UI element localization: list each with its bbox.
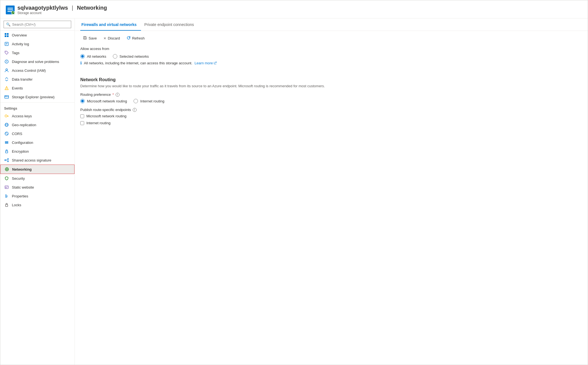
search-input[interactable] [12, 22, 69, 27]
shared-access-icon [4, 158, 9, 163]
tags-icon [4, 50, 9, 55]
sidebar: 🔍 Overview Activity log [0, 18, 75, 365]
svg-point-37 [7, 161, 9, 162]
properties-icon [4, 194, 9, 199]
allow-access-label: Allow access from [80, 47, 582, 51]
sidebar-item-security[interactable]: Security [0, 174, 75, 183]
microsoft-routing-option[interactable]: Microsoft network routing [80, 99, 127, 103]
publish-microsoft-option[interactable]: Microsoft network routing [80, 114, 582, 118]
svg-rect-9 [5, 42, 8, 46]
resource-icon [6, 6, 15, 14]
configuration-label: Configuration [12, 141, 33, 145]
locks-label: Locks [12, 203, 21, 207]
sidebar-item-events[interactable]: Events [0, 84, 75, 92]
selected-networks-label[interactable]: Selected networks [119, 54, 149, 59]
sidebar-item-overview[interactable]: Overview [0, 31, 75, 39]
svg-point-36 [7, 158, 9, 160]
sidebar-item-networking[interactable]: Networking [0, 165, 75, 174]
svg-line-39 [6, 160, 7, 161]
selected-networks-radio[interactable] [113, 54, 117, 59]
external-link-icon [214, 62, 217, 64]
all-networks-option[interactable]: All networks [80, 54, 106, 59]
routing-preference-field: Routing preference * i [80, 92, 582, 97]
routing-preference-label: Routing preference [80, 92, 111, 97]
sidebar-item-shared-access[interactable]: Shared access signature [0, 156, 75, 165]
microsoft-routing-radio[interactable] [80, 99, 85, 103]
internet-routing-radio[interactable] [134, 99, 138, 103]
discard-label: Discard [108, 36, 120, 40]
svg-point-24 [5, 115, 7, 117]
diagnose-icon [4, 59, 9, 64]
publish-info-icon[interactable]: i [133, 108, 137, 112]
svg-rect-2 [7, 9, 13, 10]
sidebar-item-iam[interactable]: Access Control (IAM) [0, 66, 75, 75]
sidebar-item-data-transfer[interactable]: Data transfer [0, 75, 75, 84]
sidebar-item-locks[interactable]: Locks [0, 200, 75, 209]
discard-button[interactable]: ✕ Discard [101, 35, 123, 42]
save-button[interactable]: Save [80, 34, 100, 42]
internet-routing-label[interactable]: Internet routing [140, 99, 164, 103]
sidebar-item-access-keys[interactable]: Access keys [0, 112, 75, 120]
access-keys-icon [4, 113, 9, 118]
sidebar-item-diagnose[interactable]: Diagnose and solve problems [0, 57, 75, 66]
discard-icon: ✕ [103, 36, 106, 40]
search-icon: 🔍 [6, 22, 10, 27]
selected-networks-option[interactable]: Selected networks [113, 54, 149, 59]
geo-replication-label: Geo-replication [12, 123, 36, 127]
learn-more-link[interactable]: Learn more [195, 61, 216, 65]
svg-point-23 [6, 96, 7, 96]
header-title-group: sqlvaagotypktlylws | Networking Storage … [17, 5, 107, 15]
sidebar-item-encryption[interactable]: Encryption [0, 147, 75, 156]
tab-private-endpoints[interactable]: Private endpoint connections [143, 18, 198, 31]
microsoft-routing-label[interactable]: Microsoft network routing [87, 99, 127, 103]
sidebar-item-cors[interactable]: CORS [0, 129, 75, 138]
svg-rect-50 [6, 205, 8, 207]
publish-internet-label[interactable]: Internet routing [86, 121, 110, 125]
publish-internet-checkbox[interactable] [80, 121, 84, 125]
sidebar-item-configuration[interactable]: Configuration [0, 138, 75, 147]
cors-label: CORS [12, 132, 22, 136]
sidebar-item-properties[interactable]: Properties [0, 192, 75, 200]
routing-info-icon[interactable]: i [116, 93, 119, 97]
network-routing-section: Network Routing Determine how you would … [80, 71, 582, 125]
network-routing-description: Determine how you would like to route yo… [80, 84, 582, 88]
sidebar-item-static-website[interactable]: Static website [0, 183, 75, 192]
internet-routing-option[interactable]: Internet routing [134, 99, 164, 103]
refresh-button[interactable]: Refresh [124, 34, 148, 42]
storage-explorer-icon [4, 94, 9, 99]
activity-log-icon [4, 41, 9, 46]
access-radio-group: All networks Selected networks [80, 54, 582, 59]
shared-access-label: Shared access signature [12, 158, 51, 162]
svg-point-30 [5, 132, 8, 135]
publish-checkboxes: Microsoft network routing Internet routi… [80, 114, 582, 125]
sidebar-item-tags[interactable]: Tags [0, 48, 75, 57]
svg-point-12 [6, 52, 6, 52]
encryption-icon [4, 149, 9, 154]
page-header: sqlvaagotypktlylws | Networking Storage … [0, 0, 588, 18]
tab-firewalls[interactable]: Firewalls and virtual networks [80, 18, 141, 31]
sidebar-item-activity-log[interactable]: Activity log [0, 39, 75, 48]
svg-point-15 [6, 62, 7, 63]
svg-point-22 [5, 96, 6, 96]
search-box: 🔍 [0, 18, 75, 31]
sidebar-item-storage-explorer[interactable]: Storage Explorer (preview) [0, 92, 75, 101]
all-networks-label[interactable]: All networks [87, 54, 106, 59]
publish-microsoft-label[interactable]: Microsoft network routing [86, 114, 126, 118]
security-icon [4, 176, 9, 181]
save-label: Save [89, 36, 97, 40]
svg-rect-8 [7, 35, 9, 37]
svg-point-35 [5, 160, 6, 161]
publish-microsoft-checkbox[interactable] [80, 114, 84, 118]
data-transfer-label: Data transfer [12, 77, 33, 81]
sidebar-item-geo-replication[interactable]: Geo-replication [0, 120, 75, 129]
tab-bar: Firewalls and virtual networks Private e… [75, 18, 588, 31]
events-icon [4, 86, 9, 91]
networking-icon [4, 167, 9, 172]
all-networks-radio[interactable] [80, 54, 85, 59]
publish-internet-option[interactable]: Internet routing [80, 121, 582, 125]
overview-icon [4, 33, 9, 38]
iam-label: Access Control (IAM) [12, 68, 46, 73]
publish-endpoints-field: Publish route-specific endpoints i [80, 108, 582, 112]
configuration-icon [4, 140, 9, 145]
search-wrapper[interactable]: 🔍 [4, 21, 71, 28]
